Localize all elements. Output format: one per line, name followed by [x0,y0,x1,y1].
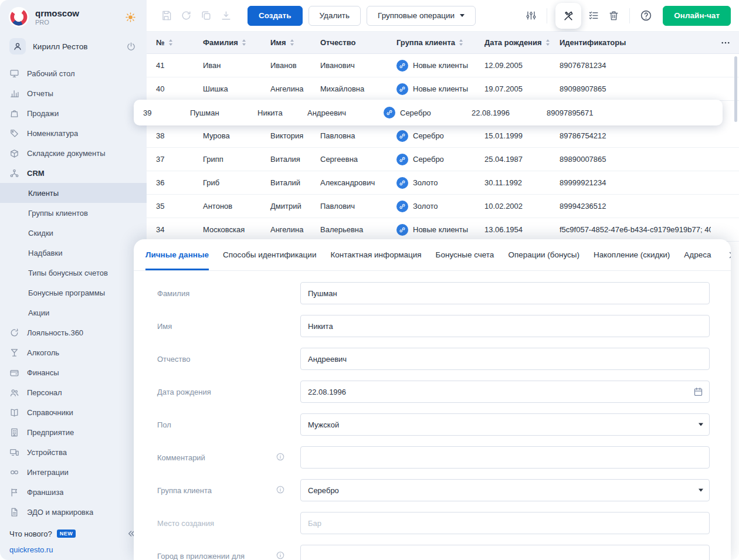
info-icon[interactable] [276,551,285,560]
sidebar-item-nomenclature[interactable]: Номенклатура [0,123,147,143]
calendar-icon[interactable] [693,387,703,397]
column-list-button[interactable] [584,6,604,26]
sidebar-item-integrations[interactable]: Интеграции [0,462,147,482]
table-row[interactable]: 35 Антонов Дмитрий Павлович Золото 10.02… [147,195,739,218]
group-operations-dropdown[interactable]: Групповые операции [367,6,476,26]
sidebar-item-reports[interactable]: Отчеты [0,83,147,103]
creation-place-input[interactable] [300,512,710,534]
table-columns-menu[interactable] [711,38,739,48]
client-group-link-icon[interactable] [396,130,408,142]
column-header-patronymic[interactable]: Отчество [311,38,387,47]
question-icon [640,9,652,22]
table-body: 41 Иван Иванов Иванович Новые клиенты 12… [147,54,739,242]
refresh-button[interactable] [176,6,196,26]
sidebar-item-edo[interactable]: ЭДО и маркировка [0,502,147,521]
quickresto-site-link[interactable]: quickresto.ru [9,545,138,554]
export-button[interactable] [216,6,236,26]
sidebar-item-directories[interactable]: Справочники [0,402,147,422]
whats-new-link[interactable]: Что нового? [9,530,52,538]
filters-button[interactable] [521,6,541,26]
sidebar-nav: Рабочий стол Отчеты Продажи Номенклатура… [0,59,147,521]
sidebar-item-dashboard[interactable]: Рабочий стол [0,63,147,83]
client-group-link-icon[interactable] [396,224,408,236]
lastname-input[interactable] [300,282,710,304]
info-icon[interactable] [276,452,285,463]
tab-contact-info[interactable]: Контактная информация [330,239,421,270]
client-group-select[interactable]: Серебро [300,479,710,501]
list-check-icon [588,10,599,21]
close-panel-icon[interactable] [725,247,731,263]
table-row[interactable]: 36 Гриб Виталий Александрович Золото 30.… [147,171,739,195]
save-button[interactable] [156,6,176,26]
sidebar-item-devices[interactable]: Устройства [0,442,147,462]
sidebar-subitem-discounts[interactable]: Скидки [0,223,147,243]
sidebar-subitem-promotions[interactable]: Акции [0,303,147,323]
sidebar-item-franchise[interactable]: Франшиза [0,482,147,502]
logout-power-icon[interactable] [124,39,138,54]
client-group-link-icon[interactable] [384,107,395,118]
client-group-link-icon[interactable] [396,60,408,72]
trash-button[interactable] [604,6,623,26]
sidebar-item-warehouse-docs[interactable]: Складские документы [0,143,147,163]
create-button[interactable]: Создать [248,6,303,26]
sort-icon [290,39,294,46]
sidebar-item-loyalty360[interactable]: Лояльность.360 [0,323,147,342]
city-in-app-input[interactable] [300,545,710,560]
help-button[interactable] [636,6,656,26]
patronymic-input[interactable] [300,348,710,370]
tab-bonus-operations[interactable]: Операции (бонусы) [508,239,579,270]
client-group-link-icon[interactable] [396,83,408,95]
ellipsis-icon [720,38,731,48]
table-row-selected[interactable]: 39 Пушман Никита Андреевич Серебро 22.08… [134,100,723,125]
table-header: № Фамилия Имя Отчество Группа клиента Да… [147,32,739,54]
client-group-link-icon[interactable] [396,177,408,189]
column-header-lastname[interactable]: Фамилия [194,38,261,47]
column-header-group[interactable]: Группа клиента [387,38,475,47]
table-scrollbar[interactable] [734,56,737,122]
column-header-number[interactable]: № [147,38,194,47]
sidebar-item-crm[interactable]: CRM [0,163,147,183]
clients-table-area: № Фамилия Имя Отчество Группа клиента Да… [147,32,739,560]
copy-button[interactable] [196,6,216,26]
chevron-down-icon [460,14,465,17]
table-row[interactable]: 37 Грипп Виталия Сергеевна Серебро 25.04… [147,148,739,171]
comment-input[interactable] [300,446,710,469]
user-row[interactable]: Кирилл Рестов [0,34,147,59]
sidebar-subitem-client-groups[interactable]: Группы клиентов [0,203,147,223]
birthdate-input[interactable] [300,381,710,403]
client-group-link-icon[interactable] [396,201,408,212]
column-header-firstname[interactable]: Имя [261,38,311,47]
info-icon[interactable] [276,485,285,496]
delete-button[interactable]: Удалить [309,6,361,26]
client-group-link-icon[interactable] [396,154,408,165]
tab-identification-methods[interactable]: Способы идентификации [223,239,316,270]
sliders-icon [526,10,537,21]
tab-discount-accumulation[interactable]: Накопление (скидки) [594,239,670,270]
theme-toggle-sun-icon[interactable] [123,9,138,25]
sidebar-item-enterprise[interactable]: Предприятие [0,422,147,442]
table-row[interactable]: 41 Иван Иванов Иванович Новые клиенты 12… [147,54,739,77]
sidebar-subitem-bonus-account-types[interactable]: Типы бонусных счетов [0,263,147,283]
sidebar-item-sales[interactable]: Продажи [0,103,147,123]
sidebar-subitem-clients[interactable]: Клиенты [0,183,147,203]
firstname-input[interactable] [300,315,710,337]
tab-bonus-accounts[interactable]: Бонусные счета [436,239,494,270]
birthdate-field-row: Дата рождения [157,375,710,408]
settings-tools-button[interactable] [555,3,581,29]
sidebar-item-staff[interactable]: Персонал [0,382,147,402]
sidebar-subitem-surcharges[interactable]: Надбавки [0,243,147,263]
column-header-identifiers[interactable]: Идентификаторы [550,38,711,47]
tab-personal-data[interactable]: Личные данные [145,239,209,270]
online-chat-button[interactable]: Онлайн-чат [663,6,731,26]
table-row[interactable]: 34 Московская Ангелина Валерьевна Новые … [147,218,739,242]
sidebar-item-alcohol[interactable]: Алкоголь [0,342,147,362]
chevron-down-icon [699,489,703,492]
table-row[interactable]: 38 Мурова Виктория Павловна Серебро 15.0… [147,124,739,148]
tab-addresses[interactable]: Адреса [684,239,711,270]
gender-select[interactable]: Мужской [300,413,710,436]
sidebar-item-finance[interactable]: Финансы [0,362,147,382]
column-header-birthdate[interactable]: Дата рождения [475,38,550,47]
sidebar-subitem-bonus-programs[interactable]: Бонусные программы [0,283,147,303]
table-row[interactable]: 40 Шишка Ангелина Михайловна Новые клиен… [147,77,739,101]
copy-icon [201,10,212,21]
